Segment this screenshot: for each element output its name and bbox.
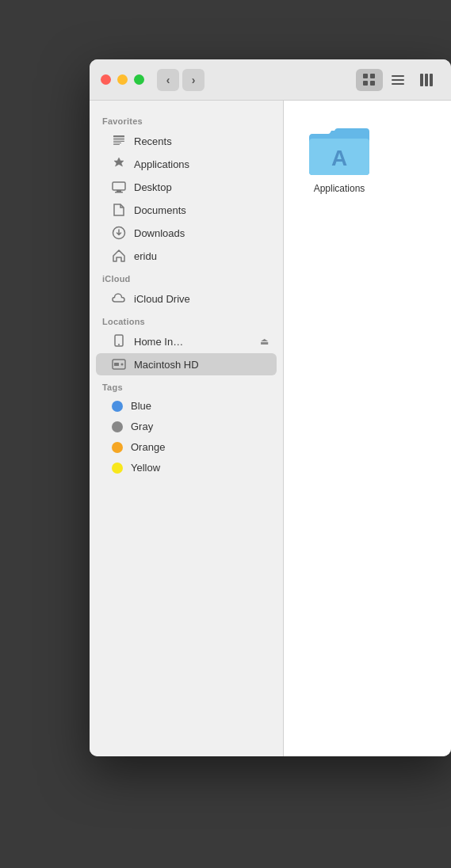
locations-section-label: Locations (90, 310, 283, 329)
list-icon (391, 73, 405, 87)
icon-view-button[interactable] (356, 69, 383, 91)
favorites-section-label: Favorites (90, 110, 283, 129)
sidebar-item-applications[interactable]: Applications (96, 153, 277, 175)
view-controls (356, 69, 440, 91)
svg-rect-10 (113, 135, 124, 137)
blue-tag-dot (112, 401, 123, 412)
blue-label: Blue (131, 400, 151, 412)
icloud-drive-label: iCloud Drive (134, 293, 190, 305)
svg-rect-8 (425, 74, 428, 86)
sidebar-item-recents[interactable]: Recents (96, 130, 277, 152)
sidebar-item-yellow[interactable]: Yellow (96, 458, 277, 478)
sidebar-item-eridu[interactable]: eridu (96, 245, 277, 267)
svg-rect-11 (113, 138, 124, 139)
home-in-label: Home In… (134, 336, 183, 348)
svg-rect-13 (113, 141, 124, 142)
sidebar-item-documents[interactable]: Documents (96, 199, 277, 221)
orange-tag-dot (112, 442, 123, 453)
gray-label: Gray (131, 421, 153, 432)
titlebar: ‹ › (90, 59, 451, 101)
sidebar-item-blue[interactable]: Blue (96, 396, 277, 416)
recents-label: Recents (134, 135, 172, 147)
column-icon (419, 73, 434, 87)
svg-rect-5 (392, 79, 404, 81)
svg-rect-4 (392, 75, 404, 77)
applications-folder-label: Applications (314, 183, 365, 194)
documents-label: Documents (134, 204, 186, 216)
svg-rect-3 (370, 81, 375, 86)
back-button[interactable]: ‹ (157, 69, 179, 91)
svg-rect-0 (363, 74, 368, 78)
sidebar-item-macintosh-hd[interactable]: Macintosh HD (96, 353, 277, 375)
svg-rect-7 (420, 74, 423, 86)
sidebar-item-downloads[interactable]: Downloads (96, 222, 277, 244)
close-button[interactable] (101, 74, 111, 85)
traffic-lights (101, 74, 144, 85)
applications-label: Applications (134, 158, 189, 170)
gray-tag-dot (112, 421, 123, 432)
hd-icon (112, 357, 126, 371)
svg-rect-17 (117, 190, 121, 192)
eject-icon[interactable]: ⏏ (260, 336, 269, 347)
device-icon (112, 334, 126, 348)
cloud-icon (112, 291, 126, 306)
desktop-label: Desktop (134, 181, 172, 193)
svg-rect-15 (113, 144, 120, 145)
sidebar-item-home-in[interactable]: Home In… ⏏ (96, 330, 277, 352)
downloads-icon (112, 226, 126, 240)
yellow-label: Yellow (131, 462, 160, 474)
documents-icon (112, 203, 126, 217)
sidebar-item-orange[interactable]: Orange (96, 437, 277, 457)
yellow-tag-dot (112, 463, 123, 474)
applications-folder-icon: A (308, 124, 371, 178)
content-area: A Applications (284, 101, 451, 756)
sidebar-item-gray[interactable]: Gray (96, 417, 277, 436)
forward-button[interactable]: › (182, 69, 204, 91)
minimize-button[interactable] (117, 74, 128, 85)
maximize-button[interactable] (134, 74, 144, 85)
svg-rect-12 (113, 139, 124, 140)
applications-icon (112, 157, 126, 171)
eridu-label: eridu (134, 250, 157, 262)
column-view-button[interactable] (413, 69, 440, 91)
nav-buttons: ‹ › (157, 69, 204, 91)
svg-rect-6 (392, 83, 404, 85)
svg-rect-2 (363, 81, 368, 86)
sidebar-item-icloud-drive[interactable]: iCloud Drive (96, 287, 277, 310)
svg-rect-14 (113, 143, 121, 143)
icloud-section-label: iCloud (90, 268, 283, 287)
svg-point-23 (121, 364, 124, 366)
list-view-button[interactable] (384, 69, 411, 91)
sidebar: Favorites Recents (90, 101, 284, 756)
svg-point-21 (118, 344, 120, 345)
sidebar-item-desktop[interactable]: Desktop (96, 176, 277, 198)
macintosh-hd-label: Macintosh HD (134, 359, 199, 371)
desktop-icon (112, 180, 126, 194)
main-area: Favorites Recents (90, 101, 451, 756)
svg-rect-1 (370, 74, 375, 78)
svg-text:A: A (331, 146, 347, 170)
finder-window: ‹ › (90, 59, 451, 756)
svg-rect-18 (115, 192, 123, 193)
svg-rect-9 (430, 74, 433, 86)
applications-folder-item[interactable]: A Applications (300, 124, 379, 194)
grid-icon (362, 73, 376, 87)
svg-rect-16 (113, 182, 125, 190)
svg-rect-24 (114, 363, 119, 366)
downloads-label: Downloads (134, 227, 185, 239)
home-icon (112, 249, 126, 263)
tags-section-label: Tags (90, 376, 283, 395)
orange-label: Orange (131, 441, 165, 453)
recents-icon (112, 134, 126, 148)
